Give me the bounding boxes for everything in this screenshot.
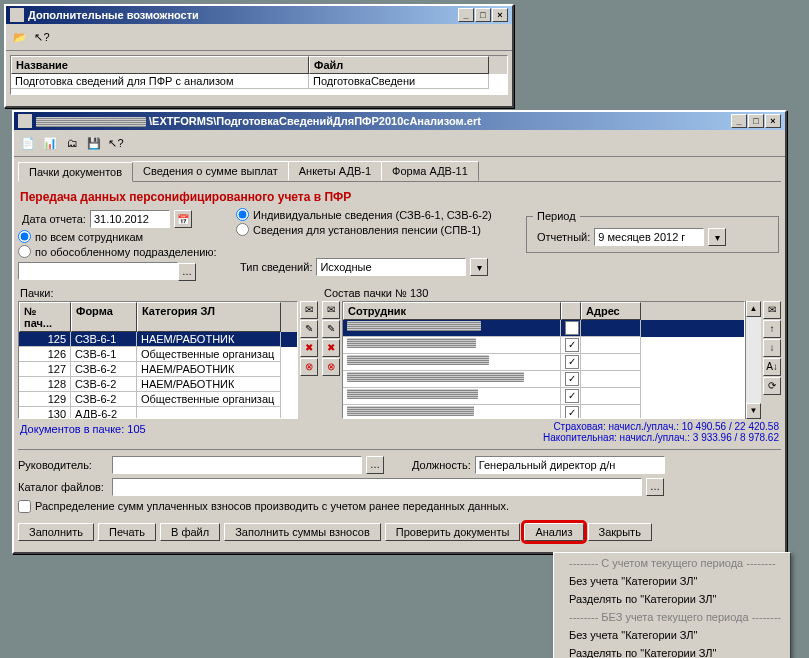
date-picker-button[interactable]: 📅 xyxy=(174,210,192,228)
cell-name[interactable]: Подготовка сведений для ПФР с анализом xyxy=(11,74,309,89)
pack-contents-label: Состав пачки № 130 xyxy=(322,285,781,301)
scroll-up-button[interactable]: ▲ xyxy=(746,301,761,317)
employees-table[interactable]: Сотрудник Адрес ✓✓✓✓✓✓ xyxy=(342,301,745,419)
tool-icon-3[interactable]: 🗂 xyxy=(62,133,82,153)
table-row[interactable]: 126СЗВ-6-1Общественные организац xyxy=(19,347,297,362)
col-employee[interactable]: Сотрудник xyxy=(343,302,561,320)
col-category[interactable]: Категория ЗЛ xyxy=(137,302,281,332)
catalog-input[interactable] xyxy=(112,478,642,496)
table-row[interactable]: ✓ xyxy=(343,320,744,337)
edit-icon[interactable]: ✎ xyxy=(300,320,318,338)
docs-count: Документов в пачке: 105 xyxy=(18,419,318,439)
table-row[interactable]: ✓ xyxy=(343,388,744,405)
print-button[interactable]: Печать xyxy=(98,523,156,541)
menu-header-1: -------- С учетом текущего периода -----… xyxy=(555,554,789,572)
packs-table[interactable]: № пач... Форма Категория ЗЛ 125СЗВ-6-1НА… xyxy=(18,301,298,419)
tool-icon-2[interactable]: 📊 xyxy=(40,133,60,153)
manager-input[interactable] xyxy=(112,456,362,474)
analyze-button[interactable]: Анализ xyxy=(524,523,583,541)
col-name[interactable]: Название xyxy=(11,56,309,74)
radio-pension[interactable] xyxy=(236,223,249,236)
catalog-picker-button[interactable]: … xyxy=(646,478,664,496)
close-button[interactable]: × xyxy=(765,114,781,128)
minimize-button[interactable]: _ xyxy=(731,114,747,128)
app-icon xyxy=(18,114,32,128)
tab-adv1[interactable]: Анкеты АДВ-1 xyxy=(288,161,382,181)
period-input[interactable] xyxy=(594,228,704,246)
table-row[interactable]: ✓ xyxy=(343,337,744,354)
col-form[interactable]: Форма xyxy=(71,302,137,332)
edit2-icon[interactable]: ✎ xyxy=(322,320,340,338)
radio-all-employees[interactable] xyxy=(18,230,31,243)
close-button[interactable]: × xyxy=(492,8,508,22)
tool-icon-1[interactable]: 📄 xyxy=(18,133,38,153)
savings-info: Накопительная: начисл./уплач.: 3 933.96 … xyxy=(324,432,779,443)
table-row[interactable]: 125СЗВ-6-1НАЕМ/РАБОТНИК xyxy=(19,332,297,347)
insurance-info: Страховая: начисл./уплач.: 10 490.56 / 2… xyxy=(324,421,779,432)
maximize-button[interactable]: □ xyxy=(475,8,491,22)
col-file[interactable]: Файл xyxy=(309,56,489,74)
app-icon xyxy=(10,8,24,22)
radio-individual[interactable] xyxy=(236,208,249,221)
add-icon[interactable]: ✉ xyxy=(300,301,318,319)
menu-item-split-category-1[interactable]: Разделять по "Категории ЗЛ" xyxy=(555,590,789,608)
to-file-button[interactable]: В файл xyxy=(160,523,220,541)
close-window-button[interactable]: Закрыть xyxy=(588,523,652,541)
refresh-icon[interactable]: ⟳ xyxy=(763,377,781,395)
move-up-icon[interactable]: ↑ xyxy=(763,320,781,338)
col-num[interactable]: № пач... xyxy=(19,302,71,332)
type-dropdown-button[interactable]: ▾ xyxy=(470,258,488,276)
section-title: Передача данных персонифицированного уче… xyxy=(18,186,781,208)
fill-button[interactable]: Заполнить xyxy=(18,523,94,541)
date-input[interactable] xyxy=(90,210,170,228)
menu-item-no-category-1[interactable]: Без учета "Категории ЗЛ" xyxy=(555,572,789,590)
table-row[interactable]: 129СЗВ-6-2Общественные организац xyxy=(19,392,297,407)
move-down-icon[interactable]: ↓ xyxy=(763,339,781,357)
mail-icon[interactable]: ✉ xyxy=(763,301,781,319)
maximize-button[interactable]: □ xyxy=(748,114,764,128)
table-row[interactable]: ✓ xyxy=(343,354,744,371)
help-cursor-icon[interactable]: ↖? xyxy=(106,133,126,153)
add2-icon[interactable]: ✉ xyxy=(322,301,340,319)
table-row[interactable]: 127СЗВ-6-2НАЕМ/РАБОТНИК xyxy=(19,362,297,377)
table-row[interactable]: 128СЗВ-6-2НАЕМ/РАБОТНИК xyxy=(19,377,297,392)
manager-picker-button[interactable]: … xyxy=(366,456,384,474)
tab-adv11[interactable]: Форма АДВ-11 xyxy=(381,161,479,181)
delete2-icon[interactable]: ✖ xyxy=(322,339,340,357)
clear-all-icon[interactable]: ⊗ xyxy=(300,358,318,376)
menu-item-no-category-2[interactable]: Без учета "Категории ЗЛ" xyxy=(555,626,789,644)
period-fieldset: Период Отчетный: ▾ xyxy=(526,210,779,253)
tab-sums[interactable]: Сведения о сумме выплат xyxy=(132,161,289,181)
tool-icon-4[interactable]: 💾 xyxy=(84,133,104,153)
tabs: Пачки документов Сведения о сумме выплат… xyxy=(18,161,781,182)
department-picker-button[interactable]: … xyxy=(178,263,196,281)
tab-packs[interactable]: Пачки документов xyxy=(18,162,133,182)
table-row[interactable]: ✓ xyxy=(343,405,744,419)
minimize-button[interactable]: _ xyxy=(458,8,474,22)
delete-icon[interactable]: ✖ xyxy=(300,339,318,357)
check-docs-button[interactable]: Проверить документы xyxy=(385,523,521,541)
open-icon[interactable]: 📂 xyxy=(10,27,30,47)
type-input[interactable] xyxy=(316,258,466,276)
table-row[interactable]: ✓ xyxy=(343,371,744,388)
window-additional-features: Дополнительные возможности _ □ × 📂 ↖? На… xyxy=(4,4,514,108)
radio-by-department[interactable] xyxy=(18,245,31,258)
type-label: Тип сведений: xyxy=(240,261,312,273)
menu-item-split-category-2[interactable]: Разделять по "Категории ЗЛ" xyxy=(555,644,789,658)
fill-sums-button[interactable]: Заполнить суммы взносов xyxy=(224,523,381,541)
sort-az-icon[interactable]: A↓ xyxy=(763,358,781,376)
clear2-icon[interactable]: ⊗ xyxy=(322,358,340,376)
scroll-down-button[interactable]: ▼ xyxy=(746,403,761,419)
help-cursor-icon[interactable]: ↖? xyxy=(32,27,52,47)
col-address[interactable]: Адрес xyxy=(581,302,641,320)
cell-file[interactable]: ПодготовкаСведени xyxy=(309,74,489,89)
scrollbar-vertical[interactable]: ▲ ▼ xyxy=(745,301,761,419)
department-input[interactable] xyxy=(18,262,178,280)
table-row[interactable]: 130АДВ-6-2 xyxy=(19,407,297,419)
period-dropdown-button[interactable]: ▾ xyxy=(708,228,726,246)
position-input[interactable] xyxy=(475,456,665,474)
position-label: Должность: xyxy=(412,459,471,471)
window-pfr-prepare: \EXTFORMS\ПодготовкаСведенийДляПФР2010сА… xyxy=(12,110,787,554)
distribution-checkbox[interactable] xyxy=(18,500,31,513)
col-check[interactable] xyxy=(561,302,581,320)
